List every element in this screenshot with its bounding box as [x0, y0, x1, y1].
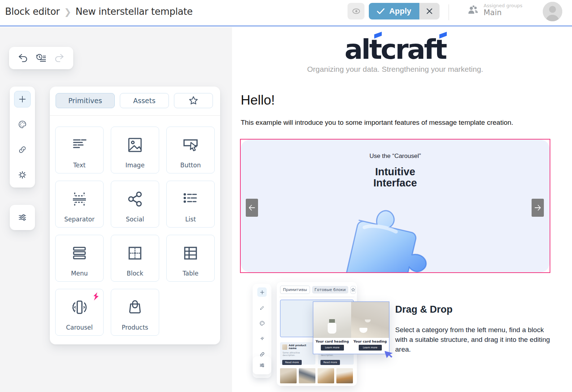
close-editor-button[interactable]	[419, 3, 440, 19]
block-menu[interactable]: Menu	[55, 235, 104, 282]
block-block[interactable]: Block	[111, 235, 159, 282]
history-toolbar	[9, 47, 73, 69]
undo-button[interactable]	[18, 53, 29, 63]
arrow-right-icon	[534, 204, 541, 211]
users-group-icon	[467, 5, 480, 16]
block-social[interactable]: Social	[111, 181, 159, 228]
tab-primitives[interactable]: Primitives	[56, 93, 115, 108]
mini-star-icon	[350, 286, 356, 294]
drag-drop-illustration: Примитивы Готовые блоки Add product name…	[251, 278, 399, 392]
advanced-settings-button[interactable]	[10, 205, 35, 230]
top-bar: Block editor ❯ New interstellar template…	[0, 0, 572, 26]
tab-assets[interactable]: Assets	[120, 93, 169, 108]
carousel-block-selected[interactable]: Use the “Carousel” Intuitive Interface	[240, 139, 550, 273]
user-avatar[interactable]	[543, 2, 562, 21]
block-text[interactable]: Text	[55, 127, 104, 173]
email-heading: Hello!	[241, 93, 275, 108]
close-icon	[426, 8, 433, 15]
table-block-icon	[180, 243, 201, 263]
block-table[interactable]: Table	[166, 235, 215, 282]
menu-block-icon	[69, 243, 89, 263]
drag-drop-body: Select a category from the left menu, fi…	[395, 325, 554, 354]
arrow-left-icon	[248, 204, 256, 211]
social-block-icon	[125, 189, 145, 209]
list-block-icon	[180, 189, 201, 209]
apply-button[interactable]: Apply	[369, 3, 419, 19]
sliders-icon	[18, 213, 27, 222]
dragged-cards-block: Your card heading Learn more Your card h…	[313, 301, 389, 354]
image-block-icon	[125, 135, 145, 155]
altcraft-logo: altcraft	[240, 34, 550, 65]
preview-button[interactable]	[348, 3, 364, 19]
links-tool[interactable]	[14, 141, 31, 158]
breadcrumb: Block editor ❯ New interstellar template	[5, 6, 193, 17]
carousel-prev-button[interactable]	[246, 199, 258, 217]
redo-button[interactable]	[54, 53, 65, 63]
block-button[interactable]: Button	[166, 127, 215, 173]
separator-block-icon	[69, 189, 89, 209]
drag-drop-section: Drag & Drop Select a category from the l…	[395, 304, 554, 354]
mini-tab-primitives: Примитивы	[280, 286, 310, 294]
lightning-badge-icon	[93, 292, 99, 301]
mini-learn-more-button: Learn more	[321, 345, 344, 351]
carousel-next-button[interactable]	[532, 199, 544, 217]
email-intro-text: This example will introduce you to some …	[241, 119, 551, 127]
email-canvas: altcraft Organizing your data. Strengthe…	[232, 27, 572, 392]
palette-icon	[18, 120, 27, 129]
block-image[interactable]: Image	[111, 127, 159, 173]
mini-sliders-button	[253, 356, 271, 374]
block-carousel[interactable]: Carousel	[55, 289, 104, 336]
puzzle-piece-image	[294, 190, 481, 272]
flowers-photo	[313, 302, 351, 338]
block-separator[interactable]: Separator	[55, 181, 104, 228]
breadcrumb-section[interactable]: Block editor	[5, 6, 60, 17]
mini-palette-icon	[257, 318, 267, 328]
mini-read-more-button: Read more	[320, 360, 340, 365]
side-rail	[10, 87, 35, 188]
mini-sparkle-icon	[257, 334, 267, 343]
assigned-groups-dropdown[interactable]: Assigned groups Main	[467, 3, 554, 17]
drag-drop-heading: Drag & Drop	[395, 304, 554, 315]
apply-label: Apply	[389, 6, 411, 16]
settings-tool[interactable]	[14, 167, 31, 183]
block-products[interactable]: Products	[111, 289, 159, 336]
check-icon	[377, 8, 385, 14]
add-block-tool[interactable]	[14, 91, 31, 107]
eye-icon	[352, 6, 361, 16]
mini-learn-more-button: Learn more	[359, 345, 382, 351]
assigned-groups-label: Assigned groups	[484, 3, 522, 8]
primitive-blocks-grid: Text Image Button Separator	[50, 116, 220, 347]
assigned-groups-value: Main	[484, 8, 522, 17]
gear-icon	[18, 171, 27, 179]
tab-favorites[interactable]	[174, 93, 213, 108]
drag-cursor-icon	[385, 349, 394, 358]
appearance-tool[interactable]	[14, 116, 31, 133]
mini-tab-ready-blocks: Готовые блоки	[312, 286, 348, 294]
mini-read-more-button: Read more	[282, 360, 302, 365]
products-block-icon	[125, 297, 145, 317]
carousel-caption: Use the “Carousel”	[241, 153, 550, 160]
mini-product-card: Add product name Some attractive descrip…	[280, 342, 315, 365]
history-button[interactable]	[35, 53, 47, 63]
block-block-icon	[125, 243, 145, 263]
link-icon	[18, 145, 27, 154]
button-block-icon	[180, 135, 201, 155]
mini-plus-icon	[257, 287, 267, 297]
mini-gallery-photo	[318, 368, 334, 383]
star-icon	[188, 95, 199, 106]
text-block-icon	[69, 135, 89, 155]
logo-tagline: Organizing your data. Strengthening your…	[240, 65, 550, 74]
editor-workspace: Primitives Assets Text Image	[0, 27, 232, 392]
mini-gallery-photo	[299, 368, 315, 383]
plus-icon	[18, 95, 27, 103]
carousel-block-icon	[69, 297, 89, 317]
mini-gallery-photo	[336, 368, 353, 383]
chevron-right-icon: ❯	[64, 7, 71, 17]
header-divider	[449, 4, 449, 20]
mini-product-thumb	[282, 344, 287, 350]
blocks-panel: Primitives Assets Text Image	[50, 87, 220, 344]
carousel-slide: Use the “Carousel” Intuitive Interface	[241, 140, 550, 272]
carousel-title: Intuitive Interface	[241, 166, 550, 189]
mini-gallery-photo	[280, 368, 297, 383]
block-list[interactable]: List	[166, 181, 215, 228]
